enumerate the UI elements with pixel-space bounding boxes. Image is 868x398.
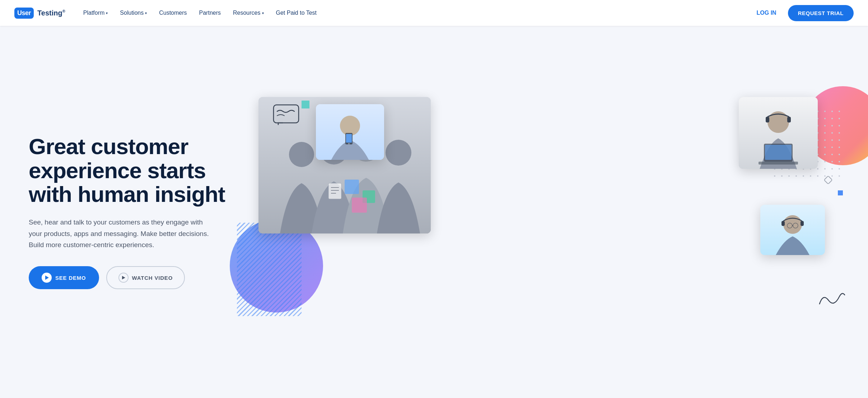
svg-point-91 xyxy=(781,175,783,177)
svg-rect-129 xyxy=(801,221,804,226)
svg-point-95 xyxy=(810,175,811,177)
deco-squiggle xyxy=(818,290,846,309)
play-filled-icon xyxy=(42,273,52,283)
svg-rect-109 xyxy=(352,198,367,213)
svg-rect-110 xyxy=(328,183,341,199)
hero-right: /* dots generated inline */ xyxy=(251,97,854,327)
svg-point-118 xyxy=(348,143,350,144)
deco-diamond xyxy=(824,176,832,185)
svg-point-92 xyxy=(788,175,790,177)
svg-point-106 xyxy=(386,140,411,166)
svg-point-89 xyxy=(839,168,840,170)
nav-item-solutions[interactable]: Solutions ▾ xyxy=(115,7,152,19)
nav-item-customers[interactable]: Customers xyxy=(154,7,192,19)
request-trial-button[interactable]: REQUEST TRIAL xyxy=(788,5,854,21)
deco-blue-square xyxy=(838,190,843,195)
deco-stripes xyxy=(237,223,302,316)
nav-item-get-paid[interactable]: Get Paid to Test xyxy=(271,7,322,19)
svg-rect-107 xyxy=(345,180,359,194)
logo-user-text: User xyxy=(17,9,31,17)
play-outline-icon xyxy=(118,273,129,283)
svg-point-115 xyxy=(340,116,360,136)
nav-item-platform[interactable]: Platform ▾ xyxy=(78,7,113,19)
svg-rect-122 xyxy=(765,145,792,160)
hero-left: Great customer experience starts with hu… xyxy=(29,135,251,290)
login-button[interactable]: LOG IN xyxy=(751,7,782,19)
hero-image-top-left xyxy=(316,104,384,160)
svg-point-90 xyxy=(774,175,775,177)
svg-rect-117 xyxy=(346,134,352,143)
hero-subtitle: See, hear and talk to your customers as … xyxy=(29,217,215,250)
platform-chevron-icon: ▾ xyxy=(106,11,108,15)
nav-links: Platform ▾ Solutions ▾ Customers Partner… xyxy=(78,7,751,19)
nav-right: LOG IN REQUEST TRIAL xyxy=(751,5,854,21)
logo[interactable]: User Testing® xyxy=(14,8,65,19)
see-demo-button[interactable]: SEE DEMO xyxy=(29,266,99,289)
hero-image-top-right xyxy=(739,97,818,169)
watch-video-button[interactable]: WATCH VIDEO xyxy=(106,266,185,289)
hero-section: Great customer experience starts with hu… xyxy=(0,26,868,398)
hero-image-bottom-right xyxy=(760,205,825,255)
logo-testing-text: Testing® xyxy=(37,9,65,17)
logo-box: User xyxy=(14,8,34,19)
svg-point-94 xyxy=(803,175,804,177)
svg-point-96 xyxy=(817,175,818,177)
svg-point-88 xyxy=(831,168,833,170)
nav-item-partners[interactable]: Partners xyxy=(194,7,226,19)
svg-rect-101 xyxy=(824,176,832,184)
svg-point-87 xyxy=(824,168,826,170)
svg-rect-124 xyxy=(766,117,769,122)
svg-rect-125 xyxy=(787,117,791,122)
svg-point-103 xyxy=(289,142,314,167)
svg-rect-100 xyxy=(274,105,299,123)
svg-rect-128 xyxy=(781,221,785,226)
svg-point-93 xyxy=(795,175,797,177)
svg-point-86 xyxy=(817,168,818,170)
svg-point-99 xyxy=(839,175,840,177)
nav-item-resources[interactable]: Resources ▾ xyxy=(228,7,269,19)
resources-chevron-icon: ▾ xyxy=(262,11,264,15)
deco-chat-bubble xyxy=(273,104,305,131)
navbar: User Testing® Platform ▾ Solutions ▾ Cus… xyxy=(0,0,868,26)
svg-rect-123 xyxy=(759,162,798,165)
hero-buttons: SEE DEMO WATCH VIDEO xyxy=(29,266,237,289)
hero-title: Great customer experience starts with hu… xyxy=(29,135,237,207)
solutions-chevron-icon: ▾ xyxy=(145,11,147,15)
